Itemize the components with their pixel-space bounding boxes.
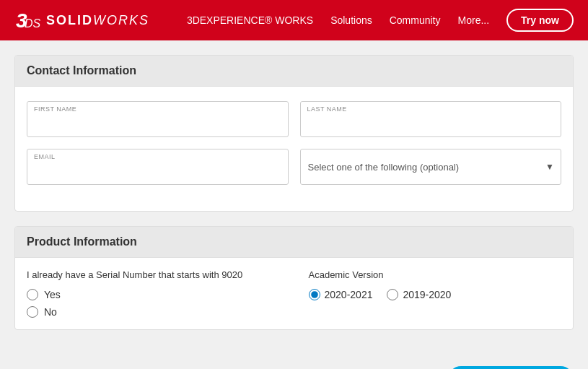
academic-label: Academic Version bbox=[309, 269, 562, 280]
academic-col: Academic Version 2020-2021 2019-2020 bbox=[309, 269, 562, 318]
svg-text:DS: DS bbox=[25, 17, 40, 30]
email-group: EMAIL bbox=[27, 149, 289, 185]
email-label: EMAIL bbox=[34, 153, 56, 160]
nav-community[interactable]: Community bbox=[390, 14, 441, 26]
nav-more[interactable]: More... bbox=[458, 14, 490, 26]
first-name-group: FIRST NAME bbox=[27, 101, 289, 137]
product-card-header: Product Information bbox=[15, 227, 573, 258]
last-name-label: LAST NAME bbox=[307, 105, 347, 113]
product-section: I already have a Serial Number that star… bbox=[27, 269, 561, 318]
version-2020-label: 2020-2021 bbox=[325, 289, 373, 300]
serial-col: I already have a Serial Number that star… bbox=[27, 269, 280, 318]
email-row: EMAIL Select one of the following (optio… bbox=[27, 149, 561, 185]
footer: Request Download bbox=[0, 359, 588, 369]
version-radio-group: 2020-2021 2019-2020 bbox=[309, 289, 562, 300]
yes-label: Yes bbox=[44, 289, 61, 300]
version-2019-label: 2019-2020 bbox=[403, 289, 451, 300]
yes-radio[interactable] bbox=[27, 289, 38, 300]
main-content: Contact Information FIRST NAME LAST NAME… bbox=[0, 40, 588, 359]
email-input[interactable] bbox=[27, 149, 289, 185]
name-row: FIRST NAME LAST NAME bbox=[27, 101, 561, 137]
contact-card-body: FIRST NAME LAST NAME EMAIL Select one of… bbox=[15, 87, 573, 211]
version-2019-item[interactable]: 2019-2020 bbox=[387, 289, 451, 300]
no-radio[interactable] bbox=[27, 306, 38, 318]
solidworks-logo-icon: 3 DS bbox=[14, 7, 40, 33]
nav-solutions[interactable]: Solutions bbox=[330, 14, 372, 26]
no-label: No bbox=[44, 306, 57, 318]
request-download-button[interactable]: Request Download bbox=[448, 366, 574, 369]
try-now-button[interactable]: Try now bbox=[506, 9, 574, 32]
last-name-group: LAST NAME bbox=[300, 101, 562, 137]
serial-label: I already have a Serial Number that star… bbox=[27, 269, 280, 280]
nav-3dexperience[interactable]: 3DEXPERIENCE® WORKS bbox=[187, 14, 313, 26]
version-2020-radio[interactable] bbox=[309, 289, 320, 300]
logo-area: 3 DS SOLIDWORKS bbox=[14, 7, 149, 33]
select-wrapper: Select one of the following (optional) ▼ bbox=[300, 149, 562, 185]
optional-select[interactable]: Select one of the following (optional) bbox=[300, 149, 562, 185]
header: 3 DS SOLIDWORKS 3DEXPERIENCE® WORKS Solu… bbox=[0, 0, 588, 40]
no-radio-item[interactable]: No bbox=[27, 306, 280, 318]
logo-text: SOLIDWORKS bbox=[46, 13, 149, 28]
version-2020-item[interactable]: 2020-2021 bbox=[309, 289, 373, 300]
yes-radio-item[interactable]: Yes bbox=[27, 289, 280, 300]
first-name-label: FIRST NAME bbox=[34, 105, 76, 113]
product-card-body: I already have a Serial Number that star… bbox=[15, 258, 573, 329]
contact-card-header: Contact Information bbox=[15, 56, 573, 87]
product-card: Product Information I already have a Ser… bbox=[14, 226, 574, 330]
version-2019-radio[interactable] bbox=[387, 289, 398, 300]
serial-radio-group: Yes No bbox=[27, 289, 280, 318]
nav: 3DEXPERIENCE® WORKS Solutions Community … bbox=[187, 9, 574, 32]
contact-card: Contact Information FIRST NAME LAST NAME… bbox=[14, 55, 574, 212]
